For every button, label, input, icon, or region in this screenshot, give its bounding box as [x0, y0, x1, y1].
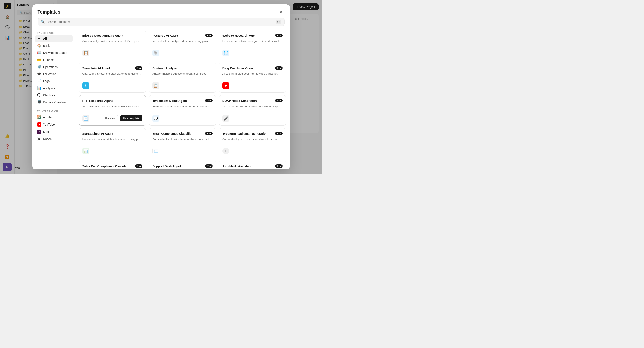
gmail-icon: ✉️ [152, 148, 159, 154]
category-finance[interactable]: 💳 Finance [35, 56, 72, 63]
card-header-rfp: RFP Response Agent [82, 99, 143, 103]
preview-button[interactable]: Preview [102, 115, 118, 122]
card-footer-infosec: 📋 [82, 50, 143, 56]
pro-badge-email: Pro [205, 132, 212, 135]
airtable-icon: A [37, 115, 42, 119]
card-header-spreadsheet: Spreadsheet AI Agent [82, 132, 143, 136]
category-chatbots[interactable]: 💬 Chatbots [35, 92, 72, 99]
category-notion-label: Notion [43, 137, 52, 141]
card-name-infosec: InfoSec Questionnaire Agent [82, 34, 143, 38]
card-desc-postgres: Interact with a Postgres database using … [152, 39, 212, 47]
modal-search-area: 🔍 ⌘K [32, 16, 290, 28]
play-icon [225, 84, 227, 87]
all-icon: ≡ [37, 37, 42, 40]
investment-icon: 💬 [152, 115, 159, 122]
rfp-actions: Preview Use template [102, 115, 142, 122]
card-header-soap: SOAP Notes Generation Pro [222, 99, 283, 103]
pro-badge-soap: Pro [275, 99, 282, 102]
category-airtable-label: Airtable [43, 116, 53, 119]
soap-microphone-icon: 🎤 [222, 115, 229, 122]
card-desc-spreadsheet: Interact with a spreadsheet database usi… [82, 137, 143, 145]
template-card-typeform[interactable]: Typeform lead email generation Pro Autom… [219, 128, 286, 158]
category-basic-label: Basic [43, 44, 50, 48]
modal-title: Templates [38, 9, 60, 15]
category-content-creation-label: Content Creation [43, 100, 66, 104]
pro-badge-postgres: Pro [205, 34, 212, 37]
blog-youtube-icon [222, 82, 229, 89]
template-card-infosec[interactable]: InfoSec Questionnaire Agent Automaticall… [79, 30, 146, 60]
categories-panel: By use case ≡ All 🏠 Basic 📖 Knowledge Ba… [32, 28, 75, 170]
pro-badge-airtable: Pro [275, 164, 282, 168]
modal-close-button[interactable]: ✕ [278, 8, 285, 16]
category-education-label: Education [43, 72, 56, 76]
template-card-spreadsheet[interactable]: Spreadsheet AI Agent Interact with a spr… [79, 128, 146, 158]
template-card-airtable[interactable]: Airtable AI Assistant Pro AI assistant w… [219, 161, 286, 170]
category-education[interactable]: 🎓 Education [35, 70, 72, 78]
youtube-icon [37, 122, 42, 126]
youtube-play-triangle [38, 123, 40, 126]
template-card-postgres[interactable]: Postgres AI Agent Pro Interact with a Po… [149, 30, 216, 60]
card-name-airtable: Airtable AI Assistant [222, 164, 275, 168]
card-footer-spreadsheet: 📊 [82, 148, 143, 154]
category-notion[interactable]: N Notion [35, 136, 72, 143]
typeform-icon: T [222, 148, 229, 154]
template-card-support[interactable]: Support Desk Agent Pro AI assistant to h… [149, 161, 216, 170]
pro-badge-snowflake: Pro [135, 66, 142, 70]
legal-icon: 📄 [37, 79, 42, 83]
modal-overlay[interactable]: Templates ✕ 🔍 ⌘K By use case ≡ All 🏠 [0, 0, 322, 174]
card-header-email: Email Compliance Classifier Pro [152, 132, 212, 136]
card-name-investment: Investment Memo Agent [152, 99, 205, 103]
spreadsheet-icon: 📊 [82, 148, 89, 154]
card-header-infosec: InfoSec Questionnaire Agent [82, 34, 143, 38]
card-header-sales: Sales Call Compliance Classifi... Pro [82, 164, 143, 168]
card-name-email: Email Compliance Classifier [152, 132, 205, 136]
analytics-icon: 📊 [37, 86, 42, 90]
rfp-icon: 📄 [82, 115, 89, 122]
card-footer-email: ✉️ [152, 148, 212, 154]
category-slack[interactable]: # Slack [35, 128, 72, 136]
template-card-investment[interactable]: Investment Memo Agent Pro Research a com… [149, 95, 216, 125]
card-header-airtable: Airtable AI Assistant Pro [222, 164, 283, 168]
category-airtable[interactable]: A Airtable [35, 114, 72, 121]
card-name-blog: Blog Post from Video [222, 66, 275, 70]
card-header-contract: Contract Analyzer [152, 66, 212, 70]
card-footer-typeform: T [222, 148, 283, 154]
category-basic[interactable]: 🏠 Basic [35, 42, 72, 49]
templates-modal: Templates ✕ 🔍 ⌘K By use case ≡ All 🏠 [32, 4, 290, 170]
category-legal[interactable]: 📄 Legal [35, 78, 72, 84]
operations-icon: ⚙️ [37, 65, 42, 69]
postgres-icon: 🐘 [152, 50, 159, 56]
template-card-soap[interactable]: SOAP Notes Generation Pro AI to draft SO… [219, 95, 286, 125]
template-card-rfp[interactable]: RFP Response Agent AI Assistant to draft… [79, 95, 146, 125]
education-icon: 🎓 [37, 72, 42, 76]
category-knowledge-bases[interactable]: 📖 Knowledge Bases [35, 49, 72, 56]
templates-grid: Snowflake AI Agent Pro Chat with a Snowf… [79, 63, 286, 170]
snowflake-icon: ❄ [82, 82, 89, 89]
category-operations[interactable]: ⚙️ Operations [35, 63, 72, 70]
card-name-sales: Sales Call Compliance Classifi... [82, 164, 135, 168]
basic-icon: 🏠 [37, 44, 42, 48]
category-legal-label: Legal [43, 80, 50, 83]
card-desc-email: Automatically classify the compliance of… [152, 137, 212, 145]
category-chatbots-label: Chatbots [43, 94, 55, 97]
category-analytics[interactable]: 📊 Analytics [35, 84, 72, 92]
category-youtube[interactable]: YouTube [35, 121, 72, 128]
card-footer-rfp: 📄 Preview Use template [82, 115, 143, 122]
top-partial-row: InfoSec Questionnaire Agent Automaticall… [79, 30, 286, 60]
card-header-snowflake: Snowflake AI Agent Pro [82, 66, 143, 70]
category-content-creation[interactable]: 🖥️ Content Creation [35, 99, 72, 106]
template-card-sales[interactable]: Sales Call Compliance Classifi... Pro Cl… [79, 161, 146, 170]
card-desc-snowflake: Chat with a Snowflake data warehouse usi… [82, 72, 143, 80]
template-card-website-research[interactable]: Website Research Agent Pro Research a we… [219, 30, 286, 60]
search-icon: 🔍 [41, 20, 45, 24]
template-card-email-compliance[interactable]: Email Compliance Classifier Pro Automati… [149, 128, 216, 158]
search-container: 🔍 ⌘K [38, 18, 285, 26]
card-footer-investment: 💬 [152, 115, 212, 122]
template-card-snowflake[interactable]: Snowflake AI Agent Pro Chat with a Snowf… [79, 63, 146, 93]
template-card-contract[interactable]: Contract Analyzer Answer multiple questi… [149, 63, 216, 93]
template-card-blog-video[interactable]: Blog Post from Video Pro AI to draft a b… [219, 63, 286, 93]
card-desc-rfp: AI Assistant to draft sections of RFP re… [82, 105, 143, 112]
use-template-button[interactable]: Use template [120, 115, 143, 122]
search-input[interactable] [46, 20, 274, 24]
category-all[interactable]: ≡ All [35, 35, 72, 42]
